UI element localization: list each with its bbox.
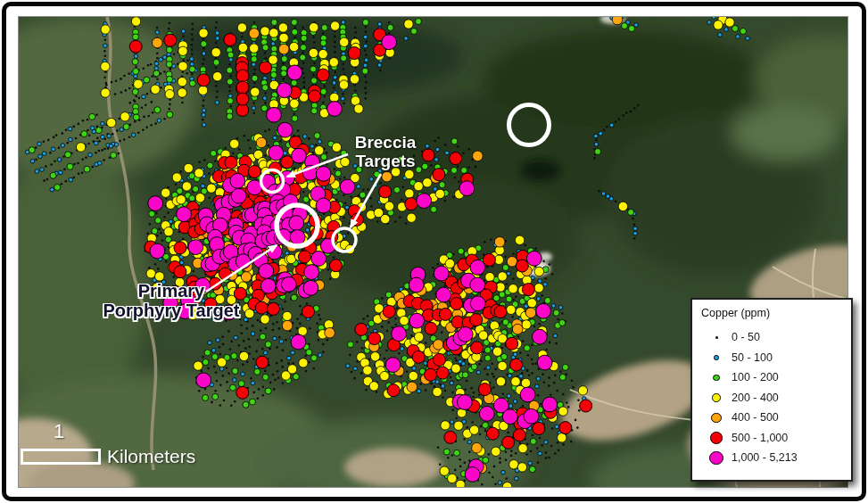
breccia-targets-label: Breccia Targets bbox=[309, 134, 462, 170]
primary-porphyry-label: Primary Porphyry Target bbox=[60, 282, 283, 320]
legend-item: 500 - 1,000 bbox=[701, 428, 851, 449]
legend-symbol-icon bbox=[701, 393, 732, 402]
legend-item-label: 100 - 200 bbox=[732, 371, 779, 383]
legend-item-label: 1,000 - 5,213 bbox=[732, 451, 798, 464]
primary-line1: Primary bbox=[60, 282, 283, 301]
legend-symbol-icon bbox=[701, 413, 732, 424]
legend-item-label: 50 - 100 bbox=[732, 351, 773, 364]
primary-line2: Porphyry Target bbox=[60, 301, 283, 321]
scale-bar bbox=[21, 449, 101, 465]
legend-title: Copper (ppm) bbox=[701, 307, 851, 319]
breccia-line2: Targets bbox=[309, 153, 462, 171]
legend-item-label: 0 - 50 bbox=[732, 331, 760, 343]
legend-symbol-icon bbox=[701, 336, 732, 339]
legend-symbol-icon bbox=[701, 355, 732, 360]
legend-symbol-icon bbox=[701, 451, 732, 466]
scale-bar-unit: Kilometers bbox=[107, 446, 195, 467]
scale-bar-value: 1 bbox=[37, 420, 81, 443]
legend-item: 400 - 500 bbox=[701, 408, 851, 428]
legend-symbol-icon bbox=[701, 432, 732, 444]
legend-item: 100 - 200 bbox=[701, 367, 851, 388]
legend-symbol-icon bbox=[701, 375, 732, 382]
legend-item: 50 - 100 bbox=[701, 348, 851, 368]
legend-item-label: 500 - 1,000 bbox=[732, 432, 788, 444]
breccia-line1: Breccia bbox=[309, 134, 462, 153]
legend-item: 200 - 400 bbox=[701, 388, 851, 408]
legend-item-label: 200 - 400 bbox=[732, 392, 779, 404]
legend-item: 0 - 50 bbox=[701, 327, 851, 348]
legend-item: 1,000 - 5,213 bbox=[701, 448, 851, 468]
legend-items: 0 - 5050 - 100100 - 200200 - 400400 - 50… bbox=[701, 327, 851, 468]
map-canvas[interactable]: Breccia Targets Primary Porphyry Target … bbox=[19, 17, 847, 487]
slide-frame: Breccia Targets Primary Porphyry Target … bbox=[0, 0, 868, 503]
legend-panel: Copper (ppm) 0 - 5050 - 100100 - 200200 … bbox=[690, 298, 853, 482]
legend-item-label: 400 - 500 bbox=[732, 411, 779, 424]
